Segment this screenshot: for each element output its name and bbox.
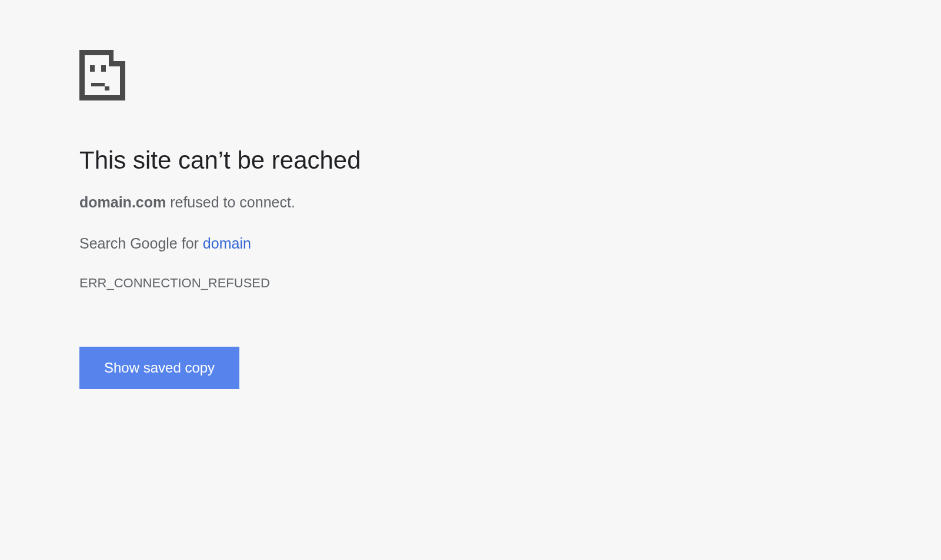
search-suggestion: Search Google for domain [79,235,447,252]
error-page-container: This site can’t be reached domain.com re… [0,0,447,389]
error-subtext: domain.com refused to connect. [79,192,447,213]
error-code: ERR_CONNECTION_REFUSED [79,276,447,291]
search-link[interactable]: domain [203,235,251,252]
svg-rect-2 [91,83,105,86]
show-saved-copy-button[interactable]: Show saved copy [79,347,239,389]
svg-rect-1 [101,65,106,72]
error-refused-text: refused to connect. [166,194,295,210]
search-prefix: Search Google for [79,235,203,252]
sad-page-icon [79,50,447,100]
svg-rect-0 [90,65,95,72]
error-heading: This site can’t be reached [79,146,447,175]
svg-rect-3 [105,86,109,90]
error-domain: domain.com [79,194,166,210]
button-wrap: Show saved copy [79,347,447,389]
